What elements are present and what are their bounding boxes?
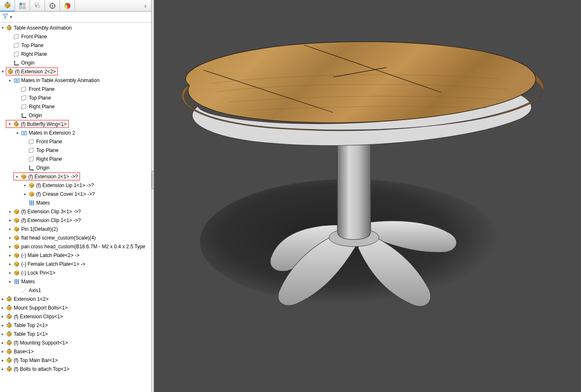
panel-expand-arrow[interactable]: › — [140, 2, 151, 9]
chevron-down-icon[interactable]: ▾ — [0, 25, 5, 30]
chevron-right-icon[interactable]: ▸ — [7, 244, 12, 249]
tree-item[interactable]: ▸Table Top 2<1> — [0, 321, 151, 330]
tree-item[interactable]: ▸Base<1> — [0, 347, 151, 356]
tab-config-manager[interactable] — [30, 0, 45, 12]
tree-label: Top Plane — [29, 95, 51, 101]
tree-item[interactable]: ▸Mates — [0, 277, 151, 286]
tree-item[interactable]: ▸(f) Mounting Support<1> — [0, 338, 151, 347]
tree-item[interactable]: ▸(f) Extension Clip 3<1> ->? — [0, 207, 151, 216]
tree-label: Origin — [36, 165, 50, 171]
tree-item[interactable]: •Mates — [0, 198, 151, 207]
tab-feature-tree[interactable] — [0, 0, 15, 12]
funnel-icon[interactable] — [2, 13, 8, 20]
tree-label: Right Plane — [29, 104, 55, 110]
chevron-right-icon[interactable]: ▸ — [7, 270, 12, 275]
config-icon — [34, 2, 41, 10]
chevron-right-icon[interactable]: ▸ — [0, 314, 5, 319]
tree-item[interactable]: ▸pan cross head_custom(B18.6.7M - M2 x 0… — [0, 242, 151, 251]
tree-item[interactable]: •Origin — [0, 111, 151, 120]
tree-item[interactable]: •Axis1 — [0, 286, 151, 295]
3d-viewport[interactable] — [152, 0, 581, 392]
tree-item[interactable]: •Right Plane — [0, 155, 151, 163]
tree-item[interactable]: •Front Plane — [0, 32, 151, 41]
plane-icon — [21, 86, 27, 92]
tree-item[interactable]: •Front Plane — [0, 85, 151, 93]
subassembly-icon — [6, 296, 12, 302]
chevron-right-icon[interactable]: ▸ — [22, 192, 27, 197]
tree-label: (f) Top Main Bar<1> — [14, 357, 58, 363]
tree-item[interactable]: ▸(f) Extension Clip 1<1> ->? — [0, 216, 151, 225]
tree-item[interactable]: ▸(f) Extension Clips<1> — [0, 312, 151, 321]
tree-item[interactable]: ▸Mates in Extension 2 — [0, 128, 151, 137]
tree-item[interactable]: •Top Plane — [0, 41, 151, 50]
part-icon — [13, 226, 20, 232]
tree-label: (f) Extension Lip 1<1> ->? — [36, 182, 94, 188]
tree-item-extension2-1[interactable]: ▸ (f) Extension 2<1> ->? — [0, 172, 151, 181]
tree-item[interactable]: •Origin — [0, 58, 151, 67]
tab-display-manager[interactable] — [60, 0, 75, 12]
svg-rect-20 — [9, 340, 10, 341]
tree-item[interactable]: ▸(-) Lock Pin<1> — [0, 268, 151, 277]
svg-rect-16 — [9, 305, 10, 306]
tree-item[interactable]: •Right Plane — [0, 102, 151, 111]
tree-item[interactable]: ▸Mount Support Bolts<1> — [0, 303, 151, 312]
appearance-icon — [64, 2, 71, 10]
tree-item[interactable]: ▸(f) Bolts to attach Top<1> — [0, 365, 151, 373]
tree-label: pan cross head_custom(B18.6.7M - M2 x 0.… — [21, 244, 145, 250]
chevron-right-icon[interactable]: ▸ — [7, 78, 12, 83]
tree-item-butterfly-wing[interactable]: ▾ (f) Butterfly Wing<1> — [0, 120, 151, 128]
tree-item[interactable]: •Front Plane — [0, 137, 151, 146]
chevron-right-icon[interactable]: ▸ — [7, 253, 12, 258]
tree-item[interactable]: •Right Plane — [0, 50, 151, 58]
tree-item[interactable]: ▸(f) Crease Cover 1<1> ->? — [0, 190, 151, 198]
tree-item[interactable]: •Top Plane — [0, 146, 151, 155]
tree-item[interactable]: ▸Table Top 1<1> — [0, 330, 151, 338]
chevron-right-icon[interactable]: ▸ — [0, 323, 5, 328]
part-icon — [28, 182, 35, 189]
tab-property-manager[interactable] — [15, 0, 30, 12]
chevron-right-icon[interactable]: ▸ — [0, 297, 5, 302]
chevron-right-icon[interactable]: ▸ — [0, 358, 5, 363]
chevron-right-icon[interactable]: ▸ — [7, 279, 12, 284]
chevron-right-icon[interactable]: ▸ — [7, 227, 12, 232]
tree-item-extension2-2[interactable]: ▾ (f) Extension 2<2> — [0, 67, 151, 76]
chevron-right-icon[interactable]: ▸ — [15, 174, 20, 179]
tree-item[interactable]: ▸Pin 1(Default)(2) — [0, 225, 151, 233]
tree-item[interactable]: ▸(-) Female Latch Plate<1> -> — [0, 260, 151, 268]
chevron-down-icon[interactable]: ▾ — [7, 122, 12, 127]
assembly-icon — [6, 25, 12, 31]
origin-icon — [28, 165, 35, 171]
tree-item[interactable]: •Origin — [0, 163, 151, 172]
plane-icon — [28, 147, 35, 154]
tree-item[interactable]: ▸Mates in Table Assembly Animation — [0, 76, 151, 85]
tab-dimxpert[interactable] — [45, 0, 60, 12]
tree-filter-bar: ▼ — [0, 12, 151, 22]
chevron-right-icon[interactable]: ▸ — [0, 367, 5, 372]
tree-item[interactable]: ▸(-) Male Latch Plate<2> -> — [0, 251, 151, 260]
mates-folder-icon — [13, 77, 20, 84]
filter-dropdown-icon[interactable]: ▼ — [9, 15, 13, 19]
tree-label: Table Top 1<1> — [14, 331, 48, 337]
panel-tabbar: › — [0, 0, 151, 12]
chevron-right-icon[interactable]: ▸ — [0, 349, 5, 354]
chevron-right-icon[interactable]: ▸ — [7, 218, 12, 223]
tree-item[interactable]: ▸Extension 1<2> — [0, 295, 151, 303]
chevron-down-icon[interactable]: ▾ — [0, 69, 5, 74]
chevron-right-icon[interactable]: ▸ — [7, 262, 12, 267]
chevron-right-icon[interactable]: ▸ — [0, 332, 5, 337]
chevron-right-icon[interactable]: ▸ — [15, 130, 20, 135]
svg-rect-23 — [9, 366, 10, 367]
chevron-right-icon[interactable]: ▸ — [22, 183, 27, 188]
chevron-right-icon[interactable]: ▸ — [0, 305, 5, 310]
tree-item[interactable]: ▸(f) Extension Lip 1<1> ->? — [0, 181, 151, 190]
tree-root[interactable]: ▾ Table Assembly Animation — [0, 23, 151, 32]
subassembly-icon — [6, 305, 12, 311]
chevron-right-icon[interactable]: ▸ — [0, 340, 5, 345]
tree-item[interactable]: •Top Plane — [0, 93, 151, 102]
tree-label: Extension 1<2> — [14, 296, 48, 302]
feature-tree[interactable]: ▾ Table Assembly Animation •Front Plane … — [0, 22, 151, 392]
tree-item[interactable]: ▸(f) Top Main Bar<1> — [0, 356, 151, 365]
chevron-right-icon[interactable]: ▸ — [7, 209, 12, 214]
chevron-right-icon[interactable]: ▸ — [7, 235, 12, 240]
tree-item[interactable]: ▸flat head screw_custom(Scale)(4) — [0, 233, 151, 242]
